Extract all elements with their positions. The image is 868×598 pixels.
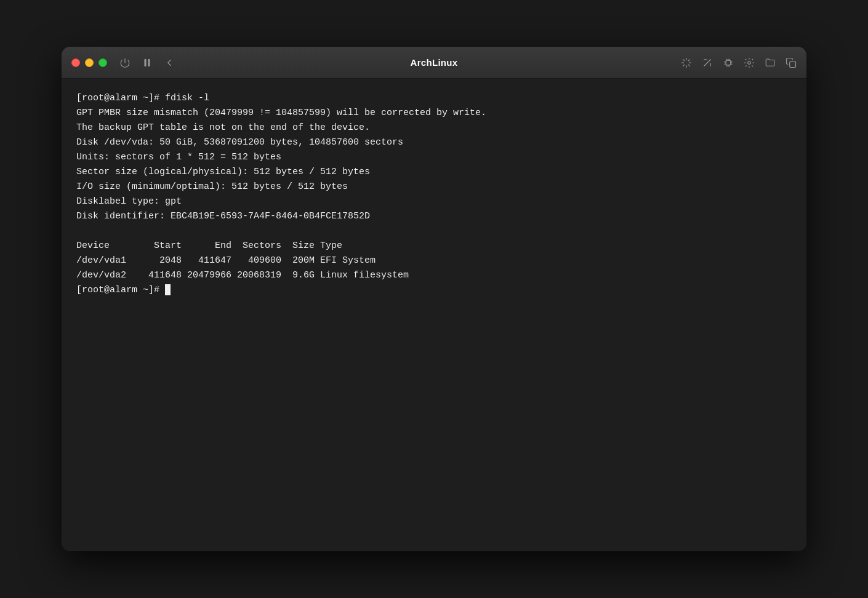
terminal-line: Disklabel type: gpt [76, 194, 792, 209]
terminal-line: Sector size (logical/physical): 512 byte… [76, 165, 792, 180]
svg-rect-1 [148, 59, 150, 66]
close-button[interactable] [71, 58, 80, 67]
terminal-window: ArchLinux [62, 47, 806, 551]
minimize-button[interactable] [85, 58, 94, 67]
terminal-cursor [165, 284, 171, 295]
pause-icon[interactable] [142, 57, 153, 68]
terminal-line: Device Start End Sectors Size Type [76, 239, 792, 253]
maximize-button[interactable] [98, 58, 107, 67]
svg-point-3 [748, 61, 751, 64]
window-title: ArchLinux [411, 57, 458, 68]
terminal-line: /dev/vda2 411648 20479966 20068319 9.6G … [76, 268, 792, 283]
copy-icon[interactable] [786, 57, 797, 68]
terminal-line: Units: sectors of 1 * 512 = 512 bytes [76, 150, 792, 165]
terminal-line: Disk identifier: EBC4B19E-6593-7A4F-8464… [76, 209, 792, 224]
power-icon[interactable] [119, 57, 131, 68]
spinner-icon[interactable] [681, 57, 692, 68]
terminal-body[interactable]: [root@alarm ~]# fdisk -l GPT PMBR size m… [62, 79, 806, 551]
terminal-line: [root@alarm ~]# fdisk -l [76, 91, 792, 106]
chip-icon[interactable] [723, 57, 734, 68]
terminal-line: I/O size (minimum/optimal): 512 bytes / … [76, 180, 792, 194]
resize-icon[interactable] [702, 57, 713, 68]
terminal-line: /dev/vda1 2048 411647 409600 200M EFI Sy… [76, 253, 792, 268]
back-icon[interactable] [164, 57, 175, 68]
titlebar-left-icons [119, 57, 175, 68]
folder-icon[interactable] [765, 57, 776, 68]
terminal-prompt: [root@alarm ~]# [76, 283, 792, 298]
terminal-line: The backup GPT table is not on the end o… [76, 121, 792, 135]
traffic-lights [71, 58, 107, 67]
terminal-line: GPT PMBR size mismatch (20479999 != 1048… [76, 106, 792, 121]
titlebar: ArchLinux [62, 47, 806, 79]
titlebar-right-icons [681, 57, 797, 68]
svg-rect-0 [145, 59, 147, 66]
gear-icon[interactable] [744, 57, 755, 68]
svg-rect-4 [790, 61, 796, 67]
terminal-line [76, 224, 792, 239]
terminal-line: Disk /dev/vda: 50 GiB, 53687091200 bytes… [76, 135, 792, 150]
svg-rect-2 [726, 60, 731, 65]
